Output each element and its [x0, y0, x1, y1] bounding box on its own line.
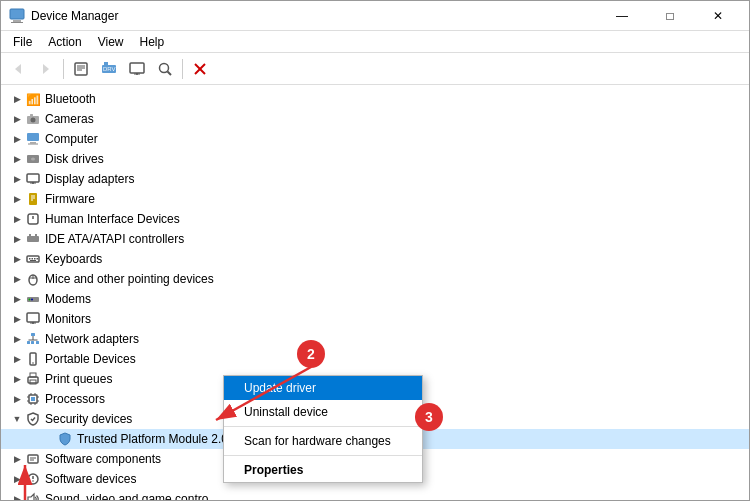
icon-sound [25, 491, 41, 500]
tree-item-cameras[interactable]: ▶ Cameras [1, 109, 749, 129]
tree-item-bluetooth[interactable]: ▶ 📶 Bluetooth [1, 89, 749, 109]
toggle-cameras[interactable]: ▶ [9, 111, 25, 127]
toggle-sound[interactable]: ▶ [9, 491, 25, 500]
svg-rect-31 [29, 193, 37, 205]
toggle-modems[interactable]: ▶ [9, 291, 25, 307]
toggle-monitors[interactable]: ▶ [9, 311, 25, 327]
icon-bluetooth: 📶 [25, 91, 41, 107]
tree-item-modems[interactable]: ▶ Modems [1, 289, 749, 309]
label-print: Print queues [45, 372, 112, 386]
svg-rect-25 [28, 144, 38, 145]
scan-toolbar-button[interactable] [152, 56, 178, 82]
svg-rect-58 [36, 341, 39, 344]
label-software-devices: Software devices [45, 472, 136, 486]
toggle-bluetooth[interactable]: ▶ [9, 91, 25, 107]
tree-item-monitors[interactable]: ▶ Monitors [1, 309, 749, 329]
label-processors: Processors [45, 392, 105, 406]
device-manager-window: Device Manager — □ ✕ File Action View He… [0, 0, 750, 501]
toggle-display-adapters[interactable]: ▶ [9, 171, 25, 187]
label-ide: IDE ATA/ATAPI controllers [45, 232, 184, 246]
menu-bar: File Action View Help [1, 31, 749, 53]
ctx-scan-hardware[interactable]: Scan for hardware changes [224, 429, 422, 453]
label-cameras: Cameras [45, 112, 94, 126]
label-bluetooth: Bluetooth [45, 92, 96, 106]
svg-point-51 [31, 299, 33, 301]
svg-point-21 [31, 118, 36, 123]
ctx-update-driver[interactable]: Update driver [224, 376, 422, 400]
ctx-properties[interactable]: Properties [224, 458, 422, 482]
toggle-portable[interactable]: ▶ [9, 351, 25, 367]
tree-item-portable[interactable]: ▶ Portable Devices [1, 349, 749, 369]
toggle-network[interactable]: ▶ [9, 331, 25, 347]
monitor-toolbar-button[interactable] [124, 56, 150, 82]
toggle-ide[interactable]: ▶ [9, 231, 25, 247]
title-controls: — □ ✕ [599, 1, 741, 31]
maximize-button[interactable]: □ [647, 1, 693, 31]
tree-item-firmware[interactable]: ▶ Firmware [1, 189, 749, 209]
minimize-button[interactable]: — [599, 1, 645, 31]
svg-text:DRV: DRV [103, 66, 116, 72]
toggle-processors[interactable]: ▶ [9, 391, 25, 407]
tree-item-sound[interactable]: ▶ Sound, video and game contro... [1, 489, 749, 500]
toggle-computer[interactable]: ▶ [9, 131, 25, 147]
tree-item-hid[interactable]: ▶ Human Interface Devices [1, 209, 749, 229]
toggle-disk-drives[interactable]: ▶ [9, 151, 25, 167]
ctx-separator-1 [224, 426, 422, 427]
context-menu: Update driver Uninstall device Scan for … [223, 375, 423, 483]
tree-item-display-adapters[interactable]: ▶ Display adapters [1, 169, 749, 189]
icon-tpm [57, 431, 73, 447]
label-sound: Sound, video and game contro... [45, 492, 218, 500]
toolbar-separator-2 [182, 59, 183, 79]
menu-file[interactable]: File [5, 33, 40, 51]
label-display-adapters: Display adapters [45, 172, 134, 186]
tree-item-mice[interactable]: ▶ Mice and other pointing devices [1, 269, 749, 289]
tree-item-keyboards[interactable]: ▶ Keyboards [1, 249, 749, 269]
svg-marker-82 [28, 494, 34, 500]
svg-rect-57 [31, 341, 34, 344]
toggle-firmware[interactable]: ▶ [9, 191, 25, 207]
toggle-software-devices[interactable]: ▶ [9, 471, 25, 487]
properties-toolbar-button[interactable] [68, 56, 94, 82]
svg-rect-55 [31, 333, 35, 336]
close-button[interactable]: ✕ [695, 1, 741, 31]
svg-rect-5 [75, 63, 87, 75]
svg-line-16 [168, 71, 172, 75]
svg-rect-37 [27, 236, 39, 242]
tree-item-network[interactable]: ▶ Network adapters [1, 329, 749, 349]
menu-help[interactable]: Help [132, 33, 173, 51]
toggle-security[interactable]: ▼ [9, 411, 25, 427]
toggle-mice[interactable]: ▶ [9, 271, 25, 287]
remove-toolbar-button[interactable] [187, 56, 213, 82]
update-driver-toolbar-button[interactable]: DRV [96, 56, 122, 82]
label-software-components: Software components [45, 452, 161, 466]
label-keyboards: Keyboards [45, 252, 102, 266]
title-bar-left: Device Manager [9, 8, 118, 24]
back-button[interactable] [5, 56, 31, 82]
ctx-uninstall-device[interactable]: Uninstall device [224, 400, 422, 424]
toggle-hid[interactable]: ▶ [9, 211, 25, 227]
tree-item-disk-drives[interactable]: ▶ Disk drives [1, 149, 749, 169]
svg-point-27 [31, 158, 35, 161]
menu-view[interactable]: View [90, 33, 132, 51]
tree-item-computer[interactable]: ▶ Computer [1, 129, 749, 149]
title-bar: Device Manager — □ ✕ [1, 1, 749, 31]
icon-software-devices [25, 471, 41, 487]
label-firmware: Firmware [45, 192, 95, 206]
icon-mice [25, 271, 41, 287]
icon-print [25, 371, 41, 387]
toggle-keyboards[interactable]: ▶ [9, 251, 25, 267]
main-area: ▶ 📶 Bluetooth ▶ Cameras ▶ Computer [1, 85, 749, 500]
svg-rect-42 [32, 258, 34, 260]
toggle-print[interactable]: ▶ [9, 371, 25, 387]
svg-rect-2 [11, 22, 23, 23]
svg-rect-67 [31, 397, 35, 401]
svg-rect-76 [28, 455, 38, 463]
icon-keyboards [25, 251, 41, 267]
tree-item-ide[interactable]: ▶ IDE ATA/ATAPI controllers [1, 229, 749, 249]
label-hid: Human Interface Devices [45, 212, 180, 226]
menu-action[interactable]: Action [40, 33, 89, 51]
forward-button[interactable] [33, 56, 59, 82]
label-mice: Mice and other pointing devices [45, 272, 214, 286]
toggle-software-components[interactable]: ▶ [9, 451, 25, 467]
svg-rect-23 [27, 133, 39, 141]
